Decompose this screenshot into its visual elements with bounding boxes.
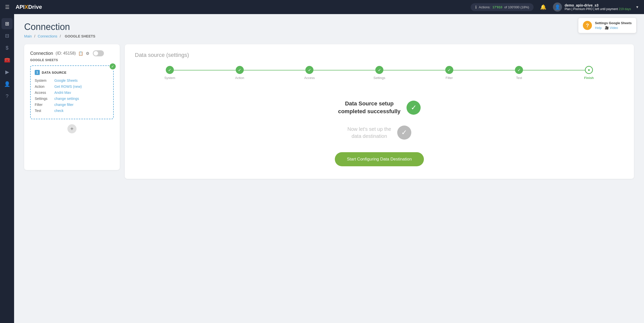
- ds-settings-title: Data source (settings): [135, 52, 624, 58]
- user-name: demo_apix-drive_s3: [565, 3, 631, 7]
- chevron-down-icon[interactable]: ▼: [633, 5, 639, 9]
- connection-header: Connection (ID: 45158) 📋 ⚙: [30, 50, 114, 56]
- start-configuring-button[interactable]: Start Configuring Data Destination: [335, 152, 424, 166]
- step-circle: ✓: [305, 66, 313, 74]
- ds-check-badge: ✓: [109, 63, 116, 70]
- list-item: Settings change settings: [35, 97, 109, 101]
- logo: API X Drive: [16, 4, 42, 10]
- sidebar-item-help[interactable]: ?: [2, 91, 13, 102]
- connection-id: (ID: 45158): [56, 51, 76, 56]
- ds-row-label: System: [35, 78, 52, 83]
- breadcrumb-connections[interactable]: Connections: [38, 34, 57, 38]
- connection-title: Connection: [30, 51, 53, 56]
- sidebar-item-profile[interactable]: 👤: [2, 78, 13, 90]
- step-label: Test: [516, 76, 522, 80]
- ds-row-label: Test: [35, 109, 52, 113]
- video-icon: 🎥: [605, 26, 609, 30]
- step-test: ✓ Test: [484, 66, 554, 80]
- step-label: Settings: [374, 76, 385, 80]
- step-filter: ✓ Filter: [414, 66, 484, 80]
- settings-icon[interactable]: ⚙: [86, 51, 89, 56]
- media-icon: ▶: [5, 69, 9, 75]
- avatar: 👤: [553, 3, 562, 12]
- step-settings: ✓ Settings: [344, 66, 414, 80]
- step-circle: ✓: [375, 66, 383, 74]
- ds-number: 1: [35, 70, 40, 75]
- profile-icon: 👤: [4, 81, 10, 87]
- list-item: Test check: [35, 109, 109, 113]
- right-card: Data source (settings) ✓ System ✓ Action…: [125, 44, 634, 179]
- add-button-container: +: [30, 124, 114, 133]
- ds-row-value[interactable]: check: [54, 109, 64, 113]
- sidebar-item-dashboard[interactable]: ⊞: [2, 18, 13, 29]
- ds-row-value[interactable]: Google Sheets: [54, 78, 78, 83]
- help-title: Settings Google Sheets: [595, 21, 632, 25]
- step-label: Finish: [584, 76, 594, 80]
- left-card: Connection (ID: 45158) 📋 ⚙ GOOGLE SHEETS…: [24, 44, 120, 170]
- help-widget: ? Settings Google Sheets Help 🎥 Video: [578, 18, 636, 33]
- step-connector: [174, 70, 236, 70]
- ds-title: DATA SOURCE: [42, 71, 66, 74]
- step-label: Action: [235, 76, 244, 80]
- step-system: ✓ System: [135, 66, 205, 80]
- help-text: Settings Google Sheets Help 🎥 Video: [595, 21, 632, 30]
- main-content: Connection Main / Connections / GOOGLE S…: [14, 14, 644, 323]
- notifications-bell-button[interactable]: 🔔: [538, 3, 549, 11]
- help-link[interactable]: Help: [595, 26, 602, 30]
- breadcrumb-main[interactable]: Main: [24, 34, 32, 38]
- success-text-secondary: Now let's set up the data destination: [347, 126, 391, 140]
- menu-hamburger-icon[interactable]: ☰: [5, 4, 10, 10]
- sidebar-item-media[interactable]: ▶: [2, 66, 13, 77]
- ds-row-value[interactable]: change settings: [54, 97, 79, 101]
- sidebar-item-billing[interactable]: $: [2, 42, 13, 53]
- ds-row-value[interactable]: Andrii Mav: [54, 91, 71, 95]
- help-video-link[interactable]: 🎥 Video: [605, 26, 618, 30]
- ds-row-label: Access: [35, 91, 52, 95]
- step-circle: ✓: [166, 66, 174, 74]
- connection-toggle[interactable]: [93, 50, 104, 56]
- ds-row-value[interactable]: Get ROWS (new): [54, 85, 82, 89]
- step-access: ✓ Access: [274, 66, 344, 80]
- pending-check-icon: ✓: [397, 126, 411, 140]
- ds-row-label: Action: [35, 85, 52, 89]
- actions-label: Actions:: [479, 5, 490, 9]
- info-icon: ℹ: [475, 5, 477, 10]
- logo-api: API: [16, 4, 24, 10]
- copy-icon[interactable]: 📋: [78, 51, 83, 56]
- step-label: System: [164, 76, 175, 80]
- billing-icon: $: [6, 45, 8, 51]
- breadcrumb-current: GOOGLE SHEETS: [65, 34, 95, 38]
- dashboard-icon: ⊞: [5, 21, 9, 27]
- step-circle: ✓: [236, 66, 244, 74]
- step-connector: [453, 70, 515, 70]
- top-navigation: ☰ API X Drive ℹ Actions: 17'910 of 100'0…: [0, 0, 644, 14]
- ds-header: 1 DATA SOURCE: [35, 70, 109, 75]
- ds-rows: System Google Sheets Action Get ROWS (ne…: [35, 78, 109, 113]
- success-check-icon: ✓: [407, 101, 421, 115]
- help-icon: ?: [6, 93, 8, 99]
- help-links: Help 🎥 Video: [595, 26, 632, 30]
- actions-count: 17'910: [493, 5, 502, 9]
- step-connector: [313, 70, 375, 70]
- step-connector: [383, 70, 445, 70]
- sidebar-item-tools[interactable]: 🧰: [2, 54, 13, 65]
- list-item: System Google Sheets: [35, 78, 109, 83]
- user-section: 👤 demo_apix-drive_s3 Plan | Premium PRO …: [553, 3, 639, 12]
- ds-row-label: Filter: [35, 103, 52, 107]
- cards-layout: Connection (ID: 45158) 📋 ⚙ GOOGLE SHEETS…: [24, 44, 634, 179]
- page-title: Connection: [24, 22, 634, 32]
- sidebar-item-connections[interactable]: ⊟: [2, 30, 13, 41]
- logo-x: X: [24, 4, 28, 10]
- ds-row-value[interactable]: change filter: [54, 103, 73, 107]
- step-finish: ● Finish: [554, 66, 624, 80]
- success-row-primary: Data Source setup completed successfully…: [338, 100, 421, 115]
- connections-icon: ⊟: [5, 33, 9, 39]
- step-label: Filter: [446, 76, 453, 80]
- add-datasource-button[interactable]: +: [67, 124, 76, 133]
- step-connector: [523, 70, 585, 70]
- logo-drive: Drive: [28, 4, 42, 10]
- success-area: Data Source setup completed successfully…: [135, 95, 624, 171]
- success-row-secondary: Now let's set up the data destination ✓: [347, 126, 411, 140]
- progress-steps: ✓ System ✓ Action ✓ Access ✓ Settings ✓ …: [135, 66, 624, 80]
- data-source-box: ✓ 1 DATA SOURCE System Google Sheets Act…: [30, 65, 114, 119]
